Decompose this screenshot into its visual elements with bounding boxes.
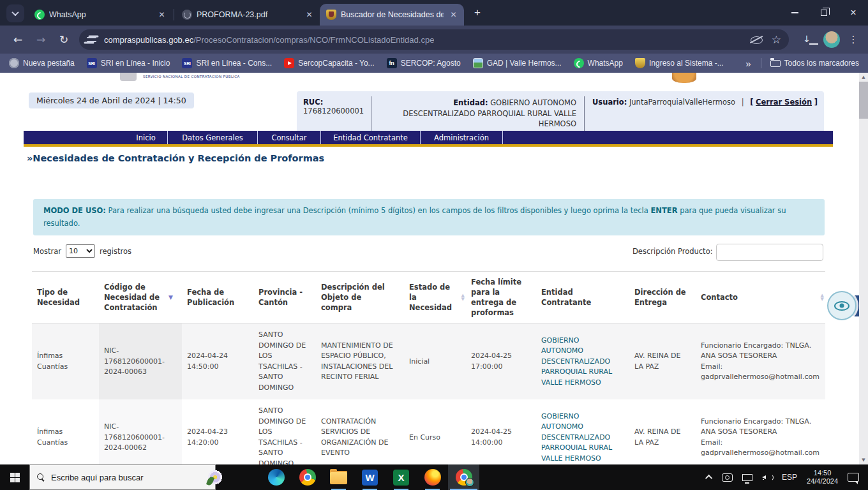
- table-row: Ínfimas Cuantías NIC-1768120600001-2024-…: [32, 323, 825, 400]
- taskbar-chrome[interactable]: [292, 464, 323, 490]
- nav-item-inicio[interactable]: Inicio: [124, 131, 167, 144]
- scroll-down-icon[interactable]: ▼: [862, 456, 865, 464]
- taskbar-excel[interactable]: X: [385, 464, 417, 490]
- action-center-icon[interactable]: [848, 473, 859, 482]
- taskbar-chrome-active[interactable]: [448, 464, 479, 490]
- minimize-button[interactable]: [780, 0, 809, 26]
- tab-buscador-necesidades[interactable]: Buscador de Necesidades de Co ✕: [320, 4, 464, 26]
- bookmark-nueva-pestana[interactable]: Nueva pestaña: [9, 58, 75, 68]
- bookmark-whatsapp[interactable]: WhatsApp: [574, 58, 623, 68]
- bookmarks-overflow-button[interactable]: »: [745, 58, 751, 69]
- cell-fecha-publicacion: 2024-04-24 14:50:00: [182, 323, 253, 400]
- bookmark-gad-valle-hermoso[interactable]: GAD | Valle Hermos...: [473, 58, 562, 68]
- taskbar-clock[interactable]: 14:50 24/4/2024: [807, 469, 838, 486]
- language-indicator[interactable]: ESP: [782, 473, 797, 482]
- sort-icons: ▲▼: [461, 293, 465, 301]
- meet-now-icon[interactable]: [722, 473, 733, 482]
- nav-item-entidad-contratante[interactable]: Entidad Contratante: [320, 131, 420, 144]
- datetime-badge: Miércoles 24 de Abril de 2024 | 14:50: [29, 93, 194, 108]
- scrollbar-thumb[interactable]: [859, 82, 868, 119]
- bookmark-ingreso-sistema[interactable]: Ingreso al Sistema -...: [635, 58, 724, 68]
- network-icon[interactable]: [742, 474, 752, 481]
- menu-kebab-icon[interactable]: ⋮: [845, 34, 862, 45]
- header-contacto[interactable]: Contacto▲▼: [696, 272, 825, 323]
- windows-taskbar: Escribe aquí para buscar W X ESP 14:50 2…: [0, 464, 868, 490]
- header-codigo-necesidad[interactable]: Código de Necesidad de Contratación▼: [99, 272, 182, 323]
- cell-estado: En Curso: [404, 399, 466, 464]
- close-icon[interactable]: ✕: [448, 10, 459, 20]
- downloads-button[interactable]: ↓: [795, 35, 818, 45]
- close-window-button[interactable]: ×: [839, 0, 868, 26]
- bookmark-sri-consultas[interactable]: SRI SRI en Línea - Cons...: [182, 58, 272, 68]
- header-entidad-contratante[interactable]: Entidad Contratante: [536, 272, 629, 323]
- sri-icon: SRI: [182, 58, 192, 68]
- shield-favicon: [326, 10, 336, 20]
- logout-link[interactable]: Cerrar Sesión: [756, 98, 812, 107]
- sort-icons: ▲▼: [821, 293, 824, 301]
- address-bar[interactable]: compraspublicas.gob.ec/ProcesoContrataci…: [79, 29, 789, 50]
- cell-fecha-limite: 2024-04-25 14:00:00: [466, 399, 536, 464]
- reload-button[interactable]: ↻: [52, 29, 75, 50]
- header-tipo-necesidad[interactable]: Tipo de Necesidad: [32, 272, 99, 323]
- taskbar-edge[interactable]: [260, 464, 292, 490]
- excel-icon: X: [393, 470, 409, 486]
- forward-button[interactable]: →: [29, 29, 52, 50]
- bookmark-sercopcapacita[interactable]: SercopCapacita - Yo...: [284, 58, 374, 68]
- new-tab-button[interactable]: +: [468, 3, 487, 22]
- taskbar-word[interactable]: W: [354, 464, 385, 490]
- volume-icon[interactable]: [762, 473, 772, 481]
- taskbar-file-explorer[interactable]: [323, 464, 354, 490]
- nav-item-datos-generales[interactable]: Datos Generales: [167, 131, 257, 144]
- header-fecha-publicacion[interactable]: Fecha de Publicación: [182, 272, 253, 323]
- cell-contacto: Funcionario Encargado: TNLGA. ANA SOSA T…: [696, 399, 825, 464]
- page-length-select[interactable]: 10: [66, 244, 95, 258]
- taskbar-apps: W X: [260, 464, 479, 490]
- accessibility-widget-button[interactable]: [827, 291, 857, 320]
- cell-entidad-link[interactable]: GOBIERNO AUTONOMO DESCENTRALIZADO PARROQ…: [536, 323, 629, 400]
- cell-descripcion: MANTENIMIENTO DE ESPACIO PÚBLICO, INSTAL…: [316, 323, 404, 400]
- profile-avatar[interactable]: [823, 31, 840, 48]
- all-bookmarks-button[interactable]: Todos los marcadores: [770, 59, 859, 68]
- back-button[interactable]: ←: [6, 29, 29, 50]
- eye-off-icon[interactable]: [750, 35, 763, 44]
- page-scrollbar[interactable]: ▲ ▼: [859, 73, 868, 464]
- url-text: compraspublicas.gob.ec/ProcesoContrataci…: [104, 35, 434, 45]
- bookmark-sercop-agosto[interactable]: fn SERCOP: Agosto: [387, 58, 461, 68]
- clock-time: 14:50: [807, 469, 838, 478]
- sri-icon: SRI: [87, 58, 97, 68]
- header-fecha-limite[interactable]: Fecha límite para la entrega de proforma…: [466, 272, 536, 323]
- cell-entidad-link[interactable]: GOBIERNO AUTONOMO DESCENTRALIZADO PARROQ…: [536, 399, 629, 464]
- tab-proforma-pdf[interactable]: PROFORMA-23.pdf ✕: [176, 4, 320, 26]
- tab-title: PROFORMA-23.pdf: [197, 10, 299, 19]
- restore-button[interactable]: [809, 0, 839, 26]
- nav-item-consultar[interactable]: Consultar: [257, 131, 320, 144]
- cell-contacto: Funcionario Encargado: TNLGA. ANA SOSA T…: [696, 323, 825, 400]
- bookmark-sri-inicio[interactable]: SRI SRI en Línea - Inicio: [87, 58, 170, 68]
- start-button[interactable]: [0, 464, 29, 490]
- header-descripcion-objeto[interactable]: Descripción del Objeto de compra: [316, 272, 404, 323]
- cell-codigo: NIC-1768120600001-2024-00063: [99, 323, 182, 400]
- header-direccion-entrega[interactable]: Dirección de Entrega: [629, 272, 696, 323]
- folder-icon: [770, 60, 781, 67]
- tray-expand-icon[interactable]: [705, 475, 712, 482]
- taskbar-search-box[interactable]: Escribe aquí para buscar: [29, 464, 216, 490]
- close-icon[interactable]: ✕: [156, 10, 167, 20]
- product-description-input[interactable]: [716, 244, 823, 261]
- cell-fecha-limite: 2024-04-25 17:00:00: [466, 323, 536, 400]
- site-settings-icon[interactable]: [87, 36, 97, 43]
- globe-icon: [9, 58, 19, 68]
- scroll-up-icon[interactable]: ▲: [862, 73, 865, 82]
- taskbar-firefox[interactable]: [417, 464, 448, 490]
- header-provincia-canton[interactable]: Provincia - Cantón: [253, 272, 316, 323]
- tab-separator: [174, 9, 174, 20]
- clock-date: 24/4/2024: [807, 477, 838, 486]
- nav-item-administracion[interactable]: Administración: [420, 131, 503, 144]
- cell-descripcion: CONTRATACIÓN SERVICIOS DE ORGANIZACIÓN D…: [316, 399, 404, 464]
- close-icon[interactable]: ✕: [304, 10, 315, 20]
- tab-whatsapp[interactable]: WhatsApp ✕: [28, 4, 172, 26]
- header-estado-necesidad[interactable]: Estado de la Necesidad▲▼: [404, 272, 466, 323]
- tab-search-button[interactable]: [6, 4, 24, 22]
- session-info-panel: RUC: 1768120600001 Entidad: GOBIERNO AUT…: [297, 91, 824, 136]
- tab-title: WhatsApp: [49, 10, 152, 19]
- bookmark-star-icon[interactable]: ☆: [772, 33, 781, 47]
